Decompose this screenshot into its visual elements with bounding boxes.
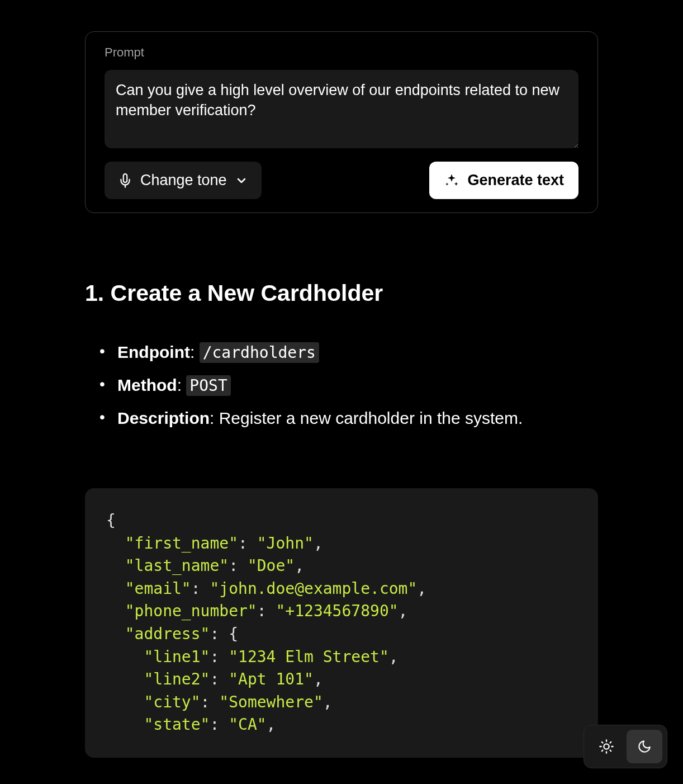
sun-icon (599, 739, 614, 754)
light-mode-button[interactable] (589, 730, 624, 763)
code-block: { "first_name": "John", "last_name": "Do… (85, 488, 598, 758)
mic-icon (118, 173, 132, 188)
endpoint-details-list: Endpoint: /cardholders Method: POST Desc… (85, 338, 598, 432)
item-code: /cardholders (200, 342, 319, 363)
prompt-label: Prompt (105, 45, 578, 60)
moon-icon (637, 739, 652, 754)
item-sep: : (177, 376, 187, 394)
svg-point-1 (604, 744, 609, 749)
button-row: Change tone Generate text (105, 162, 578, 199)
chevron-down-icon (235, 174, 248, 187)
prompt-textarea[interactable]: Can you give a high level overview of ou… (105, 70, 578, 148)
list-item: Description: Register a new cardholder i… (117, 404, 598, 432)
item-text: Register a new cardholder in the system. (219, 409, 523, 427)
item-label: Endpoint (117, 343, 190, 361)
generate-text-button[interactable]: Generate text (429, 162, 578, 199)
change-tone-button[interactable]: Change tone (105, 162, 262, 199)
svg-line-4 (602, 742, 603, 743)
section-heading: 1. Create a New Cardholder (85, 280, 598, 306)
item-label: Method (117, 376, 177, 394)
item-sep: : (210, 409, 219, 427)
svg-line-5 (610, 750, 611, 752)
theme-toggle (584, 725, 667, 768)
item-label: Description (117, 409, 210, 427)
dark-mode-button[interactable] (627, 730, 662, 763)
list-item: Method: POST (117, 371, 598, 399)
item-sep: : (190, 343, 200, 361)
change-tone-label: Change tone (140, 172, 227, 189)
generate-text-label: Generate text (467, 172, 564, 189)
svg-line-9 (610, 742, 611, 743)
prompt-card: Prompt Can you give a high level overvie… (85, 31, 598, 213)
sparkle-icon (444, 173, 459, 188)
svg-line-8 (602, 750, 603, 752)
item-code: POST (186, 375, 230, 396)
list-item: Endpoint: /cardholders (117, 338, 598, 366)
